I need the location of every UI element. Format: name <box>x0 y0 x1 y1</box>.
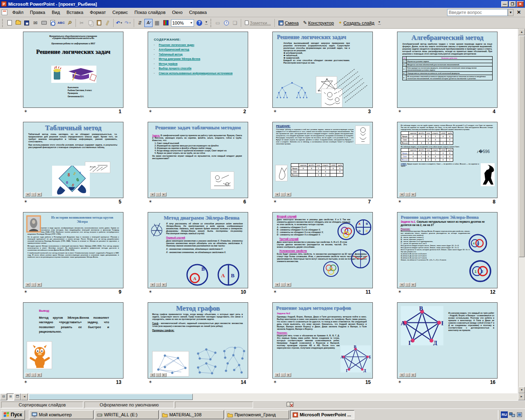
nav-back-icon[interactable]: ◄ <box>274 373 280 377</box>
nav-home-icon[interactable]: ⌂ <box>405 373 410 377</box>
toc-hyperlink[interactable]: Метод графов <box>159 62 234 65</box>
tray-display-icon[interactable] <box>516 412 523 418</box>
slide-thumbnail-3[interactable]: Решение логических задач Алгебра высказы… <box>272 32 373 108</box>
nav-forward-icon[interactable]: ► <box>37 373 42 377</box>
rehearse-timings-icon[interactable] <box>222 19 231 27</box>
transition-star-icon[interactable]: ✶ <box>398 199 402 204</box>
slide-transition-button[interactable]: Смена <box>276 19 301 27</box>
nav-back-icon[interactable]: ◄ <box>25 283 30 287</box>
toc-hyperlink[interactable]: Алгебраический метод <box>159 48 234 51</box>
toolbar-options-icon[interactable]: ▼— <box>204 21 209 25</box>
transition-star-icon[interactable]: ✶ <box>148 289 152 294</box>
email-icon[interactable]: ✉ <box>31 19 39 27</box>
transition-star-icon[interactable]: ✶ <box>398 289 402 294</box>
normal-view-icon[interactable]: ⊟ <box>0 393 7 400</box>
close-button[interactable]: ✕ <box>517 1 524 7</box>
spelling-icon[interactable]: ABC <box>57 19 65 27</box>
transition-star-icon[interactable]: ✶ <box>148 109 152 114</box>
slide-thumbnail-11[interactable]: Второй случай Дано некоторое множество и… <box>272 212 373 288</box>
transition-star-icon[interactable]: ✶ <box>148 379 152 385</box>
transition-star-icon[interactable]: ✶ <box>24 379 27 385</box>
taskbar-item-material-108[interactable]: MATERIAL_108 <box>160 410 224 419</box>
new-file-icon[interactable] <box>5 19 14 27</box>
nav-home-icon[interactable]: ⌂ <box>31 373 36 377</box>
transition-star-icon[interactable]: ✶ <box>273 379 277 385</box>
transition-star-icon[interactable]: ✶ <box>24 109 27 114</box>
slide-thumbnail-6[interactable]: Решение задач табличным методом Задача: … <box>148 122 248 198</box>
zoom-dropdown-icon[interactable]: ▼ <box>190 21 193 24</box>
transition-star-icon[interactable]: ✶ <box>398 109 402 114</box>
transition-star-icon[interactable]: ✶ <box>24 289 27 294</box>
menu-item[interactable]: Файл <box>9 9 27 16</box>
menu-item[interactable]: Справка <box>186 9 210 16</box>
nav-back-icon[interactable]: ◄ <box>399 373 404 377</box>
nav-home-icon[interactable]: ⌂ <box>155 283 161 287</box>
nav-forward-icon[interactable]: ► <box>286 192 291 196</box>
save-icon[interactable] <box>23 19 31 27</box>
nav-home-icon[interactable]: ⌂ <box>405 283 410 287</box>
transition-star-icon[interactable]: ✶ <box>273 199 277 204</box>
research-icon[interactable]: 🔎︎ <box>66 19 74 27</box>
nav-back-icon[interactable]: ◄ <box>150 283 155 287</box>
paste-icon[interactable] <box>95 19 103 27</box>
undo-icon[interactable]: ↶▼ <box>115 19 123 27</box>
summary-slide-icon[interactable]: ❏ <box>231 19 239 27</box>
slide-thumbnail-2[interactable]: СОДЕРЖАНИЕ: Решение логических задачАлге… <box>148 32 248 108</box>
toolbar-grip[interactable] <box>2 19 4 27</box>
format-painter-icon[interactable] <box>103 19 112 27</box>
transition-star-icon[interactable]: ✶ <box>24 199 27 204</box>
open-file-icon[interactable] <box>14 19 22 27</box>
slide-thumbnail-10[interactable]: Метод диаграмм Эйлера-Венна Я хочу расск… <box>148 212 248 288</box>
taskbar-item-my-computer[interactable]: Мой компьютер <box>30 410 94 419</box>
expand-all-icon[interactable]: ⇵ <box>136 19 144 27</box>
menu-item[interactable]: Вставка <box>63 9 87 16</box>
menu-item[interactable]: Показ слайдов <box>131 9 169 16</box>
nav-back-icon[interactable]: ◄ <box>150 373 155 377</box>
nav-home-icon[interactable]: ⌂ <box>280 192 285 196</box>
grid-icon[interactable]: ▦ <box>153 19 161 27</box>
ask-question-input[interactable] <box>447 9 508 16</box>
nav-forward-icon[interactable]: ► <box>411 192 416 196</box>
nav-back-icon[interactable]: ◄ <box>150 192 155 196</box>
close-document-icon[interactable]: ✕ <box>515 9 523 15</box>
minimize-button[interactable]: — <box>501 1 508 7</box>
slide-thumbnail-5[interactable]: Табличный метод Табличный метод очень на… <box>23 122 123 198</box>
slide-thumbnail-4[interactable]: Алгебраический метод Алгебраический мето… <box>397 32 498 108</box>
nav-back-icon[interactable]: ◄ <box>25 192 30 196</box>
notes-button[interactable]: Заметки... <box>243 19 273 27</box>
scroll-up-icon[interactable]: ▲ <box>518 29 525 35</box>
print-icon[interactable] <box>40 19 48 27</box>
menu-item[interactable]: Правка <box>27 9 48 16</box>
cut-icon[interactable]: ✂ <box>78 19 86 27</box>
vertical-scrollbar[interactable]: ▲ ▼ <box>518 29 525 393</box>
menu-item[interactable]: Сервис <box>109 9 131 16</box>
nav-forward-icon[interactable]: ► <box>161 373 167 377</box>
menu-item[interactable]: Вид <box>48 9 63 16</box>
slide-thumbnail-7[interactable]: РЕШЕНИЕ: Составим таблицу и отразим в не… <box>272 122 373 198</box>
horizontal-scroll-thumb[interactable] <box>29 394 193 400</box>
nav-home-icon[interactable]: ⌂ <box>155 373 161 377</box>
copy-icon[interactable] <box>86 19 94 27</box>
document-icon[interactable] <box>2 9 7 15</box>
nav-forward-icon[interactable]: ► <box>37 283 42 287</box>
slide-thumbnail-14[interactable]: Метод графов Метод графов применяется то… <box>148 302 248 379</box>
nav-home-icon[interactable]: ⌂ <box>155 192 161 196</box>
new-slide-button[interactable]: ✦Создать слайд <box>336 19 377 27</box>
taskbar-item-prilozheniya-grand[interactable]: Приложения_Гранд <box>225 410 289 419</box>
nav-back-icon[interactable]: ◄ <box>399 192 404 196</box>
design-button[interactable]: ✎Конструктор <box>301 19 336 27</box>
toolbar2-grip[interactable] <box>210 19 212 27</box>
nav-forward-icon[interactable]: ► <box>411 373 416 377</box>
nav-home-icon[interactable]: ⌂ <box>280 283 285 287</box>
slide-thumbnail-13[interactable]: Вывод: Метод кругов Эйлера-Венна позволя… <box>23 302 123 379</box>
transition-star-icon[interactable]: ✶ <box>273 109 277 114</box>
toc-hyperlink[interactable]: Метод диаграмм Эйлера-Венна <box>159 57 234 60</box>
zoom-select[interactable]: 100% ▼ <box>171 19 194 27</box>
slide-thumbnail-15[interactable]: Решение задач методом графов Задача №2 О… <box>272 302 373 379</box>
color-grayscale-icon[interactable] <box>162 19 170 27</box>
show-formatting-icon[interactable]: A∕ <box>144 19 153 27</box>
nav-back-icon[interactable]: ◄ <box>274 192 280 196</box>
slide-thumbnail-8[interactable]: Из таблицы видно, что на трубе может игр… <box>397 122 498 198</box>
scroll-right-icon[interactable]: ► <box>518 393 525 400</box>
tray-network-icon[interactable] <box>509 412 515 418</box>
